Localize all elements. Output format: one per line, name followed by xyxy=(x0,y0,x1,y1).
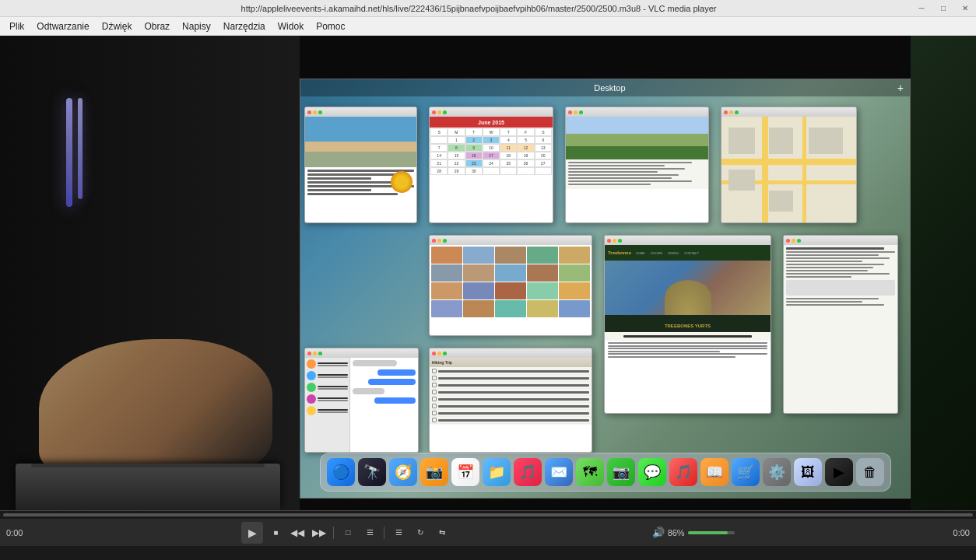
volume-slider[interactable] xyxy=(688,531,735,534)
dot-red xyxy=(307,352,311,355)
web-content-lines xyxy=(605,341,771,360)
article-line xyxy=(307,177,371,180)
shuffle-button[interactable]: ⇆ xyxy=(433,523,451,542)
dot-yellow xyxy=(437,239,441,243)
menu-plik[interactable]: Plik xyxy=(3,17,30,35)
dot-green xyxy=(735,110,739,114)
dock-icon-mail[interactable]: ✉️ xyxy=(545,458,573,486)
cal-cell: 11 xyxy=(500,144,517,152)
dock-icon-photos[interactable]: 📸 xyxy=(420,458,448,486)
previous-button[interactable]: ◀◀ xyxy=(288,523,307,542)
dot-red xyxy=(432,352,436,355)
window-controls[interactable]: ─ □ ✕ xyxy=(911,0,976,17)
dot-green xyxy=(618,239,622,243)
cal-cell: 8 xyxy=(448,144,465,152)
next-button[interactable]: ▶▶ xyxy=(310,523,328,542)
yurt-shape xyxy=(665,280,711,315)
cal-cell: 12 xyxy=(517,144,534,152)
photo-cell xyxy=(495,300,526,317)
photo-cell xyxy=(431,264,462,282)
notes3-header: Hiking Trip xyxy=(430,358,592,367)
cal-cell: 27 xyxy=(535,159,552,167)
progress-track[interactable] xyxy=(3,513,973,516)
dock-icon-launchpad[interactable]: 🔭 xyxy=(358,458,386,486)
dock-icon-maps[interactable]: 🗺 xyxy=(576,458,604,486)
cal-month-label: June 2015 xyxy=(478,120,504,125)
thumb-notes3-content: Hiking Trip xyxy=(430,358,592,452)
close-button[interactable]: ✕ xyxy=(954,0,976,17)
msg-bubble-row xyxy=(353,369,416,376)
play-pause-button[interactable]: ▶ xyxy=(241,522,263,544)
list-text xyxy=(438,377,589,380)
dock-icon-preview[interactable]: 🖼 xyxy=(794,458,822,486)
dock-icon-finder2[interactable]: 📁 xyxy=(483,458,511,486)
dock-icon-terminal[interactable]: ▶ xyxy=(825,458,853,486)
notes3-list xyxy=(430,367,592,425)
photo-cell xyxy=(559,264,590,282)
dot-yellow xyxy=(792,239,795,243)
dock-icon-itunes[interactable]: 🎵 xyxy=(514,458,542,486)
dock-icon-facetime[interactable]: 📷 xyxy=(607,458,635,486)
dock-icon-appstore[interactable]: 🛒 xyxy=(732,458,760,486)
minimize-button[interactable]: ─ xyxy=(911,0,932,17)
dock-icon-finder[interactable]: 🔵 xyxy=(327,458,355,486)
article-area xyxy=(305,167,416,199)
dock-icon-calendar[interactable]: 📅 xyxy=(451,458,479,486)
web-nav-item: DINING xyxy=(666,250,680,256)
cal-cell xyxy=(500,167,517,175)
note2-line xyxy=(786,264,884,265)
laptop-screen-edge xyxy=(31,464,265,467)
dot-yellow xyxy=(574,110,578,114)
msg-avatar xyxy=(307,371,316,380)
volume-fill xyxy=(688,531,728,534)
fullscreen-button[interactable]: □ xyxy=(339,523,357,542)
thumb-notes xyxy=(565,107,709,223)
menu-widok[interactable]: Widok xyxy=(272,17,310,35)
dot-red xyxy=(432,239,436,243)
menu-dzwiek[interactable]: Dźwięk xyxy=(96,17,139,35)
stop-button[interactable]: ■ xyxy=(266,523,285,542)
dock-icon-safari[interactable]: 🧭 xyxy=(389,458,417,486)
thumb-notes3: Hiking Trip xyxy=(429,348,592,453)
dot-green xyxy=(318,352,322,355)
note2-line xyxy=(786,301,862,303)
playlist-button[interactable]: ☰ xyxy=(389,523,408,542)
extended-settings-button[interactable]: ☰ xyxy=(360,523,379,542)
menu-odtwarzanie[interactable]: Odtwarzanie xyxy=(30,17,95,35)
cal-cell: S xyxy=(430,128,448,136)
msg-name xyxy=(318,397,348,399)
dot-red xyxy=(607,239,611,243)
note-line xyxy=(568,184,651,185)
volume-icon[interactable]: 🔊 xyxy=(652,527,665,538)
desktop-add-button[interactable]: + xyxy=(897,82,904,94)
note2-line xyxy=(786,254,879,256)
note-line xyxy=(568,171,658,173)
progress-bar-container[interactable] xyxy=(0,511,976,519)
dock-icon-music[interactable]: 🎵 xyxy=(669,458,697,486)
menu-pomoc[interactable]: Pomoc xyxy=(310,17,351,35)
checkbox xyxy=(432,411,437,415)
controls-bottom: 0:00 ▶ ■ ◀◀ ▶▶ □ ☰ ☰ ↻ ⇆ 🔊 xyxy=(0,519,976,546)
menu-napisy[interactable]: Napisy xyxy=(176,17,217,35)
menu-obraz[interactable]: Obraz xyxy=(138,17,176,35)
controls-bar: 0:00 ▶ ■ ◀◀ ▶▶ □ ☰ ☰ ↻ ⇆ 🔊 xyxy=(0,510,976,546)
note-line xyxy=(568,177,672,179)
menu-narzedzia[interactable]: Narzędzia xyxy=(217,17,272,35)
dock-icon-settings[interactable]: ⚙️ xyxy=(763,458,791,486)
loop-button[interactable]: ↻ xyxy=(411,523,430,542)
web-title-section xyxy=(605,332,771,341)
desktop-overlay: Desktop + xyxy=(300,79,911,499)
cal-cell: 21 xyxy=(430,159,448,167)
dock-icon-messages[interactable]: 💬 xyxy=(638,458,666,486)
dock-icon-trash[interactable]: 🗑 xyxy=(856,458,884,486)
thumb-safari-titlebar xyxy=(305,107,416,117)
video-area[interactable]: Desktop + xyxy=(0,36,976,510)
cal-cell: 17 xyxy=(483,152,500,159)
maximize-button[interactable]: □ xyxy=(932,0,954,17)
map-block xyxy=(769,128,793,154)
list-item xyxy=(430,410,592,417)
web-yurts-title: TREEBONES YURTS xyxy=(605,315,771,332)
web-line xyxy=(608,345,767,347)
checkbox xyxy=(432,376,437,380)
dock-icon-ibooks[interactable]: 📖 xyxy=(700,458,728,486)
